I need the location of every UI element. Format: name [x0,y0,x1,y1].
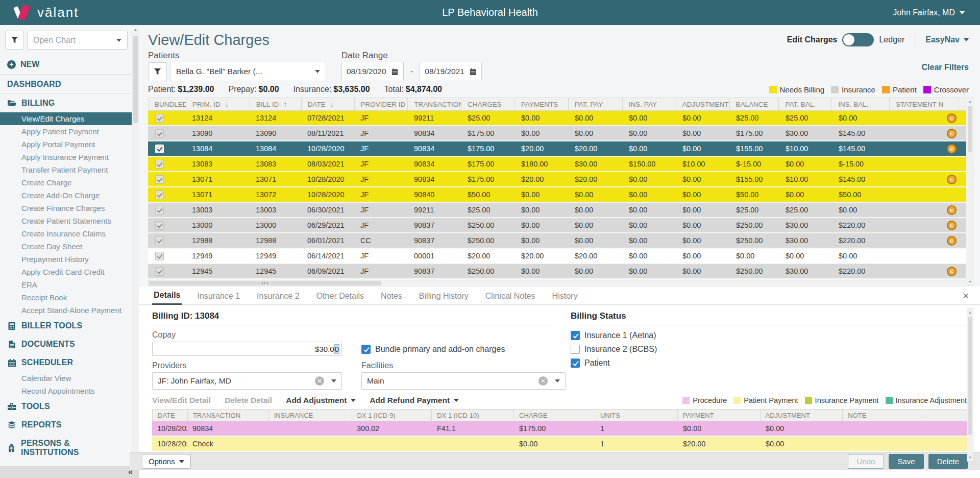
delete-button[interactable]: Delete [928,454,968,469]
bundled-checkbox[interactable] [155,206,164,214]
date-to-input[interactable]: 08/19/2021 [420,62,482,81]
column-header-ins-bal[interactable]: INS. BAL. [832,98,890,110]
checkbox-patient[interactable] [571,358,580,368]
toggle-knob[interactable] [843,34,855,46]
sidebar-item-era[interactable]: ERA [0,278,132,291]
providers-combo[interactable]: JF: John Fairfax, MD ✕ [152,372,342,390]
calendar-icon[interactable] [391,68,399,76]
charges-row[interactable]: 130901309008/11/2021JF90834$175.00$0.00$… [148,126,966,141]
column-header-pat-pay[interactable]: PAT. PAY [569,98,623,110]
scrollbar-thumb[interactable] [968,317,972,435]
chevron-down-icon[interactable] [331,379,336,383]
sidebar-item-record-appointments[interactable]: Record Appointments [0,385,132,397]
sidebar-section-transaction-codes[interactable]: #TRANSACTION CODES [0,462,132,466]
charges-row[interactable]: 129451294506/09/2021JF90837$250.00$0.00$… [148,264,966,279]
bundled-checkbox[interactable] [155,267,164,276]
sidebar-item-receipt-book[interactable]: Receipt Book [0,291,132,304]
tab-clinical-notes[interactable]: Clinical Notes [484,287,537,304]
save-button[interactable]: Save [889,454,923,469]
sidebar-item-create-patient-statements[interactable]: Create Patient Statements [0,214,132,227]
detail-row[interactable]: 10/28/2020Check$0.001$20.00$0.00 [152,437,968,452]
sidebar-item-calendar-view[interactable]: Calendar View [0,372,132,385]
open-chart-select[interactable]: Open Chart [27,31,128,50]
sidebar-item-create-add-on-charge[interactable]: Create Add-On Charge [0,189,132,202]
bundle-charges-checkbox[interactable] [361,345,371,354]
patients-filter-button[interactable] [148,62,167,81]
sidebar-scrollbar[interactable]: ▲ [132,25,139,466]
bundled-checkbox[interactable] [155,236,164,245]
charges-row[interactable]: 130841308410/28/2020JF90834$175.00$20.00… [148,141,966,157]
column-header-bill-id[interactable]: BILL ID↑ [250,98,302,110]
sidebar-section-reports[interactable]: REPORTS [0,416,132,434]
close-icon[interactable]: × [963,291,969,301]
charges-row[interactable]: 129491294906/14/2021JF00001$20.00$20.00$… [148,249,966,264]
detail-row[interactable]: 10/28/202090834300.02F41.1$175.001$0.00$… [152,421,968,437]
copay-input[interactable]: $30.00 [152,342,342,356]
sidebar-item-new[interactable]: + NEW [0,55,132,75]
sidebar-item-apply-insurance-payment[interactable]: Apply Insurance Payment [0,151,132,163]
scroll-up-icon[interactable]: ▲ [967,309,973,316]
charges-row[interactable]: 130831308308/03/2021JF90834$175.00$180.0… [148,157,966,172]
tab-notes[interactable]: Notes [379,287,404,304]
tab-insurance-1[interactable]: Insurance 1 [195,287,241,304]
sidebar-section-scheduler[interactable]: SCHEDULER [0,353,132,372]
column-header-payments[interactable]: PAYMENTS [515,98,569,110]
scrollbar-thumb[interactable] [968,106,972,152]
column-header-ins-pay[interactable]: INS. PAY [623,98,676,110]
options-button[interactable]: Options [142,454,191,469]
tab-other-details[interactable]: Other Details [315,287,365,304]
action-add-adjustment[interactable]: Add Adjustment [286,396,356,405]
tab-history[interactable]: History [551,287,579,304]
action-delete-detail[interactable]: Delete Detail [225,396,272,405]
edit-ledger-toggle[interactable] [842,33,874,46]
facilities-combo[interactable]: Main ✕ [361,372,566,390]
charges-row[interactable]: 129881298806/01/2021CC90837$250.00$0.00$… [148,233,966,249]
table-vertical-scrollbar[interactable]: ▲ ▼ [967,98,973,286]
bundled-checkbox[interactable] [155,252,164,260]
billing-status-insurance-1-aetna[interactable]: Insurance 1 (Aetna) [571,331,967,340]
open-chart-filter-button[interactable] [5,31,24,50]
billing-status-patient[interactable]: Patient [571,358,967,368]
sidebar-section-tools[interactable]: TOOLS [0,397,132,416]
bundled-checkbox[interactable] [155,114,164,123]
checkbox-insurance-2-bcbs[interactable] [571,345,580,354]
scrollbar-thumb[interactable] [133,36,138,123]
charges-row[interactable]: 130001300006/29/2021JF90837$250.00$0.00$… [148,218,966,233]
chevron-down-icon[interactable] [555,379,560,383]
column-header-date[interactable]: DATE↓ [302,98,355,110]
undo-button[interactable]: Undo [848,454,885,469]
column-header-statement-n[interactable]: STATEMENT N... [890,98,943,110]
sidebar-item-transfer-patient-payment[interactable]: Transfer Patient Payment [0,163,132,176]
column-header-bundled[interactable]: BUNDLED? [149,98,186,110]
checkbox-insurance-1-aetna[interactable] [571,331,580,340]
sidebar-item-prepayment-history[interactable]: Prepayment History [0,253,132,266]
sidebar-section-billing[interactable]: BILLING [0,93,132,112]
column-header-pat-bal[interactable]: PAT. BAL. [779,98,832,110]
sidebar-item-create-finance-charges[interactable]: Create Finance Charges [0,202,132,214]
tab-details[interactable]: Details [152,286,182,305]
charges-row[interactable]: 131241312407/28/2021JF99211$25.00$0.00$0… [148,111,966,126]
patient-select[interactable]: Bella G. "Bell" Barker (... [170,62,326,81]
clear-filters-link[interactable]: Clear Filters [922,63,969,81]
sidebar-item-create-insurance-claims[interactable]: Create Insurance Claims [0,227,132,240]
user-menu[interactable]: John Fairfax, MD [893,8,980,17]
bundled-checkbox[interactable] [155,160,164,169]
action-add-refund-payment[interactable]: Add Refund Payment [370,396,459,405]
date-from-input[interactable]: 08/19/2020 [341,62,404,81]
sidebar-collapse-bar[interactable]: « [0,466,139,478]
sidebar-item-create-day-sheet[interactable]: Create Day Sheet [0,240,132,253]
billing-status-insurance-2-bcbs[interactable]: Insurance 2 (BCBS) [571,345,967,354]
calendar-icon[interactable] [469,68,477,76]
scroll-up-icon[interactable]: ▲ [132,25,139,35]
sidebar-item-apply-patient-payment[interactable]: Apply Patient Payment [0,125,132,138]
column-header-provider-id[interactable]: PROVIDER ID [355,98,408,110]
scroll-up-icon[interactable]: ▲ [967,98,973,105]
tab-insurance-2[interactable]: Insurance 2 [255,287,301,304]
charges-row[interactable]: 130031300306/30/2021JF99211$25.00$0.00$0… [148,203,966,218]
sidebar-item-create-charge[interactable]: Create Charge [0,176,132,189]
clear-icon[interactable]: ✕ [315,376,324,386]
action-view-edit-detail[interactable]: View/Edit Detail [152,396,211,405]
bundled-checkbox[interactable] [155,190,164,199]
scroll-down-icon[interactable]: ▼ [967,278,973,285]
easynav-menu[interactable]: EasyNav [925,35,969,44]
